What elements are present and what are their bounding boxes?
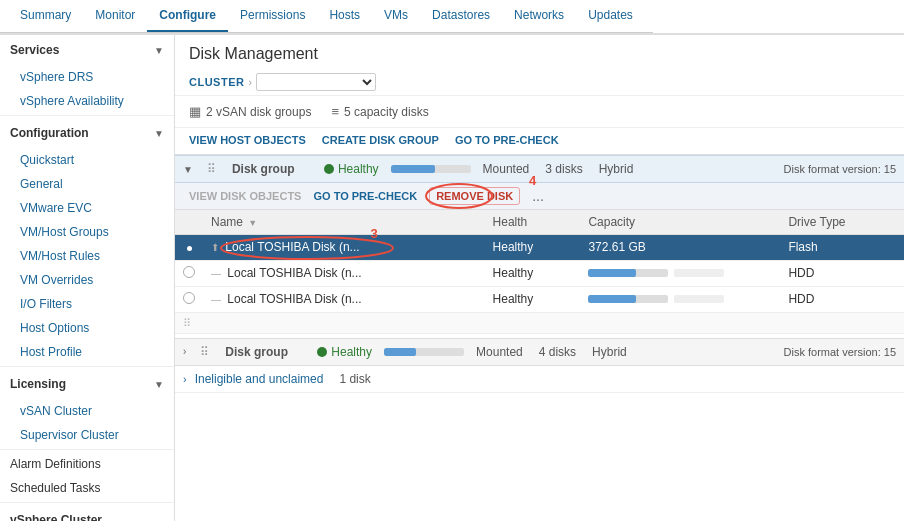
main-content: Disk Management CLUSTER › ▦ 2 vSAN disk …	[175, 35, 904, 521]
cap-bar-wrap-2	[588, 269, 772, 277]
disk-row-3-radio[interactable]	[175, 286, 203, 312]
tab-updates[interactable]: Updates	[576, 0, 645, 32]
cap-bar-fill-3	[588, 295, 636, 303]
disk-row-2-health: Healthy	[485, 260, 581, 286]
sidebar-section-licensing: Licensing ▼ vSAN Cluster Supervisor Clus…	[0, 369, 174, 447]
disk-group-2-bar	[384, 348, 464, 356]
tab-datastores[interactable]: Datastores	[420, 0, 502, 32]
sidebar-item-vmware-evc[interactable]: VMware EVC	[0, 196, 174, 220]
disk-row-3[interactable]: — Local TOSHIBA Disk (n... Healthy HDD	[175, 286, 904, 312]
disk-group-2-health-label: Healthy	[331, 345, 372, 359]
disk-row-2-name: — Local TOSHIBA Disk (n...	[203, 260, 485, 286]
sidebar-section-licensing-header[interactable]: Licensing ▼	[0, 369, 174, 399]
disk-group-1-health: Healthy	[324, 162, 379, 176]
ineligible-row[interactable]: › Ineligible and unclaimed 1 disk	[175, 366, 904, 393]
disk-table: Name ▼ Health Capacity Drive Type ⬆	[175, 210, 904, 334]
disk-row-2[interactable]: — Local TOSHIBA Disk (n... Healthy HDD	[175, 260, 904, 286]
sidebar-item-host-profile[interactable]: Host Profile	[0, 340, 174, 364]
sidebar-section-vsphere-cluster-services-header[interactable]: vSphere Cluster Services ▼	[0, 505, 174, 521]
sidebar-section-services-label: Services	[10, 43, 59, 57]
stats-capacity-disks: ≡ 5 capacity disks	[331, 104, 428, 119]
disk-group-1-format: Disk format version: 15	[784, 163, 896, 175]
radio-3[interactable]	[183, 292, 195, 304]
sidebar: Services ▼ vSphere DRS vSphere Availabil…	[0, 35, 175, 521]
health-dot-1	[324, 164, 334, 174]
col-capacity: Capacity	[580, 210, 780, 235]
disk-row-2-radio[interactable]	[175, 260, 203, 286]
breadcrumb-arrow: ›	[248, 77, 251, 88]
disk-row-1-capacity: 372.61 GB	[580, 235, 780, 261]
disk-group-2-row[interactable]: › ⠿ Disk group Healthy Mounted 4 disks H…	[175, 338, 904, 366]
sidebar-item-vmhost-groups[interactable]: VM/Host Groups	[0, 220, 174, 244]
sidebar-item-vsphere-availability[interactable]: vSphere Availability	[0, 89, 174, 113]
sidebar-item-general[interactable]: General	[0, 172, 174, 196]
sidebar-item-vsphere-drs[interactable]: vSphere DRS	[0, 65, 174, 89]
sidebar-item-alarm-definitions[interactable]: Alarm Definitions	[0, 452, 174, 476]
sidebar-item-vsan-cluster[interactable]: vSAN Cluster	[0, 399, 174, 423]
disk-group-2-expand[interactable]: ›	[183, 346, 186, 357]
sidebar-section-services-header[interactable]: Services ▼	[0, 35, 174, 65]
disk-row-3-health: Healthy	[485, 286, 581, 312]
view-disk-objects-action[interactable]: VIEW DISK OBJECTS	[189, 190, 301, 202]
sidebar-section-configuration-header[interactable]: Configuration ▼	[0, 118, 174, 148]
remove-disk-action[interactable]: REMOVE DISK	[429, 187, 520, 205]
more-actions[interactable]: ...	[532, 188, 544, 204]
sidebar-item-scheduled-tasks[interactable]: Scheduled Tasks	[0, 476, 174, 500]
tab-configure[interactable]: Configure	[147, 0, 228, 32]
sidebar-section-configuration-label: Configuration	[10, 126, 89, 140]
view-host-objects-link[interactable]: VIEW HOST OBJECTS	[189, 134, 306, 146]
cap-bar-2	[588, 269, 668, 277]
disk-row-1-radio[interactable]	[175, 235, 203, 261]
sidebar-item-quickstart[interactable]: Quickstart	[0, 148, 174, 172]
sidebar-item-vmhost-rules[interactable]: VM/Host Rules	[0, 244, 174, 268]
tab-monitor[interactable]: Monitor	[83, 0, 147, 32]
col-health: Health	[485, 210, 581, 235]
chevron-down-icon-config: ▼	[154, 128, 164, 139]
sidebar-item-io-filters[interactable]: I/O Filters	[0, 292, 174, 316]
cluster-select[interactable]	[256, 73, 376, 91]
tab-networks[interactable]: Networks	[502, 0, 576, 32]
name-sort-icon[interactable]: ▼	[248, 218, 257, 228]
sidebar-item-supervisor-cluster[interactable]: Supervisor Cluster	[0, 423, 174, 447]
disk-group-1-expand[interactable]: ▼	[183, 164, 193, 175]
disk-group-1-row[interactable]: ▼ ⠿ Disk group Healthy Mounted 3 disks H…	[175, 155, 904, 183]
sub-action-bar: VIEW DISK OBJECTS GO TO PRE-CHECK REMOVE…	[175, 183, 904, 210]
disk-row-2-capacity	[580, 260, 780, 286]
chevron-down-icon-licensing: ▼	[154, 379, 164, 390]
disk-group-1-health-label: Healthy	[338, 162, 379, 176]
tab-summary[interactable]: Summary	[8, 0, 83, 32]
disk-group-2-drag: ⠿	[200, 345, 209, 359]
radio-2[interactable]	[183, 266, 195, 278]
ineligible-expand[interactable]: ›	[183, 373, 187, 385]
chevron-down-icon: ▼	[154, 45, 164, 56]
create-disk-group-link[interactable]: CREATE DISK GROUP	[322, 134, 439, 146]
disk-icon-1: ⬆	[211, 242, 219, 253]
sidebar-item-host-options[interactable]: Host Options	[0, 316, 174, 340]
annotation-3: 3	[370, 226, 377, 241]
disk-row-1[interactable]: ⬆ Local TOSHIBA Disk (n... 3 Health	[175, 235, 904, 261]
capacity-disks-icon: ≡	[331, 104, 339, 119]
radio-selected[interactable]	[183, 243, 195, 255]
ineligible-label[interactable]: Ineligible and unclaimed	[195, 372, 324, 386]
go-to-pre-check-action[interactable]: GO TO PRE-CHECK	[313, 190, 417, 202]
stats-bar: ▦ 2 vSAN disk groups ≡ 5 capacity disks	[175, 96, 904, 128]
page-title: Disk Management	[175, 35, 904, 69]
tab-permissions[interactable]: Permissions	[228, 0, 317, 32]
go-to-pre-check-link[interactable]: GO TO PRE-CHECK	[455, 134, 559, 146]
disk-group-1-disks: 3 disks	[545, 162, 582, 176]
cap-bar-3	[588, 295, 668, 303]
stats-disk-groups: ▦ 2 vSAN disk groups	[189, 104, 311, 119]
sidebar-item-vm-overrides[interactable]: VM Overrides	[0, 268, 174, 292]
disk-row-3-capacity	[580, 286, 780, 312]
disk-icon-2: —	[211, 268, 221, 279]
action-links: VIEW HOST OBJECTS CREATE DISK GROUP GO T…	[175, 128, 904, 155]
disk-group-1-label: Disk group	[232, 162, 312, 176]
cap-bar-remainder-2	[674, 269, 724, 277]
disk-group-1-bar	[391, 165, 471, 173]
disk-row-2-drive-type: HDD	[780, 260, 904, 286]
disk-row-1-name: ⬆ Local TOSHIBA Disk (n... 3	[203, 235, 485, 261]
breadcrumb-cluster[interactable]: CLUSTER	[189, 76, 244, 88]
tab-hosts[interactable]: Hosts	[317, 0, 372, 32]
tab-vms[interactable]: VMs	[372, 0, 420, 32]
disk-group-1-mounted: Mounted	[483, 162, 530, 176]
